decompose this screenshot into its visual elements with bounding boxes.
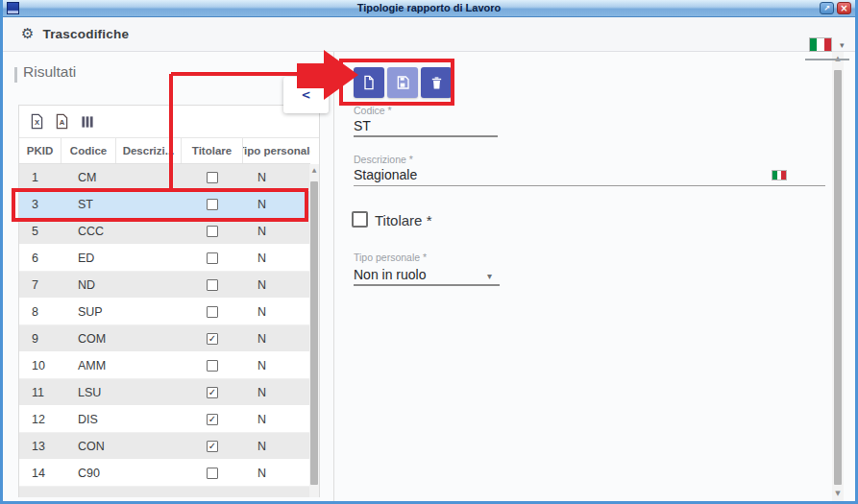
scroll-down-icon[interactable]: ▼ bbox=[832, 490, 844, 497]
table-header: PKID Codice Descrizi... Titolare Tipo pe… bbox=[19, 138, 310, 164]
cell-tipo-personale: N bbox=[243, 225, 310, 238]
cell-pkid: 5 bbox=[19, 225, 61, 238]
column-header-pkid[interactable]: PKID bbox=[19, 138, 61, 163]
table-row-partial bbox=[19, 487, 310, 497]
columns-icon[interactable] bbox=[79, 113, 95, 130]
titolare-row-checkbox[interactable] bbox=[207, 199, 218, 210]
cell-tipo-personale: N bbox=[243, 305, 310, 319]
app-toolbar: ⚙ Trascodifiche ▾ bbox=[3, 16, 855, 52]
cell-tipo-personale: N bbox=[243, 386, 310, 399]
cell-titolare bbox=[182, 414, 243, 425]
close-window-button[interactable]: × bbox=[837, 2, 851, 14]
trash-icon bbox=[429, 76, 444, 90]
scroll-up-icon[interactable]: ▲ bbox=[309, 166, 319, 173]
table-row[interactable]: 5 CCC N bbox=[19, 218, 310, 245]
cell-pkid: 11 bbox=[19, 386, 61, 399]
cell-codice: CM bbox=[61, 171, 116, 184]
cell-tipo-personale: N bbox=[243, 171, 310, 184]
cell-tipo-personale: N bbox=[243, 467, 310, 480]
gear-icon: ⚙ bbox=[21, 27, 34, 41]
titolare-row-checkbox[interactable] bbox=[207, 333, 218, 345]
table-row[interactable]: 11 LSU N bbox=[19, 379, 310, 406]
svg-text:A: A bbox=[60, 118, 65, 127]
chevron-down-icon: ▾ bbox=[487, 271, 492, 281]
tipo-personale-underline bbox=[354, 284, 500, 286]
tipo-personale-select[interactable]: Non in ruolo bbox=[354, 267, 478, 282]
new-record-button[interactable] bbox=[354, 67, 384, 98]
codice-underline bbox=[354, 135, 498, 137]
cell-tipo-personale: N bbox=[243, 359, 310, 372]
cell-tipo-personale: N bbox=[243, 198, 310, 211]
table-row[interactable]: 1 CM N bbox=[19, 164, 310, 191]
cell-pkid: 3 bbox=[19, 198, 61, 211]
cell-codice: C90 bbox=[61, 467, 116, 480]
cell-codice: CCC bbox=[61, 225, 116, 238]
cell-pkid: 12 bbox=[19, 413, 61, 426]
results-heading: Risultati bbox=[23, 63, 76, 81]
cell-codice: SUP bbox=[61, 305, 116, 319]
italian-flag-icon bbox=[809, 37, 832, 52]
descrizione-input[interactable] bbox=[354, 167, 757, 182]
titolare-label: Titolare * bbox=[375, 212, 431, 228]
panel-scrollbar-thumb[interactable] bbox=[834, 70, 842, 485]
cell-titolare bbox=[182, 441, 243, 452]
table-row[interactable]: 12 DIS N bbox=[19, 406, 310, 433]
cell-codice: ED bbox=[61, 252, 116, 265]
cell-pkid: 6 bbox=[19, 252, 61, 265]
titolare-row-checkbox[interactable] bbox=[207, 387, 218, 398]
cell-titolare bbox=[182, 252, 243, 264]
delete-button[interactable] bbox=[421, 67, 452, 98]
page-title: Trascodifiche bbox=[42, 27, 129, 41]
tipo-personale-label: Tipo personale * bbox=[354, 252, 427, 263]
cell-tipo-personale: N bbox=[243, 413, 310, 426]
table-row[interactable]: 6 ED N bbox=[19, 245, 310, 272]
chevron-down-icon: ▾ bbox=[840, 40, 845, 50]
codice-input[interactable] bbox=[354, 118, 498, 133]
table-scrollbar[interactable]: ▲ bbox=[309, 164, 319, 497]
column-header-tipo-personale[interactable]: Tipo personale bbox=[243, 138, 310, 163]
restore-window-button[interactable]: ↗ bbox=[820, 2, 834, 14]
cell-tipo-personale: N bbox=[243, 332, 310, 346]
cell-titolare bbox=[182, 360, 243, 372]
table-row[interactable]: 10 AMM N bbox=[19, 352, 310, 379]
titolare-row-checkbox[interactable] bbox=[207, 360, 218, 372]
column-header-titolare[interactable]: Titolare bbox=[182, 138, 243, 163]
table-row[interactable]: 8 SUP N bbox=[19, 299, 310, 325]
titolare-row-checkbox[interactable] bbox=[207, 468, 218, 479]
language-selector[interactable]: ▾ bbox=[809, 37, 845, 52]
save-icon bbox=[395, 75, 410, 90]
descrizione-label: Descrizione * bbox=[354, 154, 413, 165]
panel-divider bbox=[333, 51, 334, 501]
titolare-row-checkbox[interactable] bbox=[207, 252, 218, 264]
italian-flag-icon bbox=[772, 170, 787, 180]
save-button[interactable] bbox=[387, 67, 418, 98]
cell-tipo-personale: N bbox=[243, 278, 310, 292]
cell-pkid: 7 bbox=[19, 278, 61, 292]
table-scrollbar-thumb[interactable] bbox=[310, 181, 318, 485]
table-row[interactable]: 7 ND N bbox=[19, 272, 310, 299]
titolare-row-checkbox[interactable] bbox=[207, 226, 218, 237]
titolare-row-checkbox[interactable] bbox=[207, 306, 218, 318]
cell-titolare bbox=[182, 172, 243, 183]
collapse-panel-button[interactable]: < bbox=[283, 77, 329, 113]
column-header-descrizione[interactable]: Descrizi... bbox=[116, 138, 182, 163]
panel-scrollbar[interactable]: ▲ ▼ bbox=[832, 51, 844, 501]
column-header-codice[interactable]: Codice bbox=[61, 138, 116, 163]
pdf-export-icon[interactable]: A bbox=[54, 113, 70, 130]
excel-export-icon[interactable]: X bbox=[29, 113, 45, 130]
titolare-row-checkbox[interactable] bbox=[207, 441, 218, 452]
titolare-checkbox[interactable] bbox=[352, 211, 368, 228]
cell-codice: ST bbox=[61, 198, 116, 211]
table-row[interactable]: 14 C90 N bbox=[19, 460, 310, 487]
titolare-row-checkbox[interactable] bbox=[207, 279, 218, 291]
cell-pkid: 13 bbox=[19, 440, 61, 453]
titolare-row-checkbox[interactable] bbox=[207, 414, 218, 425]
table-row[interactable]: 9 COM N bbox=[19, 325, 310, 352]
results-table: X A PKID Codice Descrizi... Tit bbox=[18, 105, 320, 497]
table-row[interactable]: 13 CON N bbox=[19, 433, 310, 460]
titolare-row-checkbox[interactable] bbox=[207, 172, 218, 183]
cell-tipo-personale: N bbox=[243, 252, 310, 265]
window-controls: ↗ × bbox=[820, 2, 851, 14]
table-row-selected[interactable]: 3 ST N bbox=[19, 191, 310, 218]
cell-codice: AMM bbox=[61, 359, 116, 372]
